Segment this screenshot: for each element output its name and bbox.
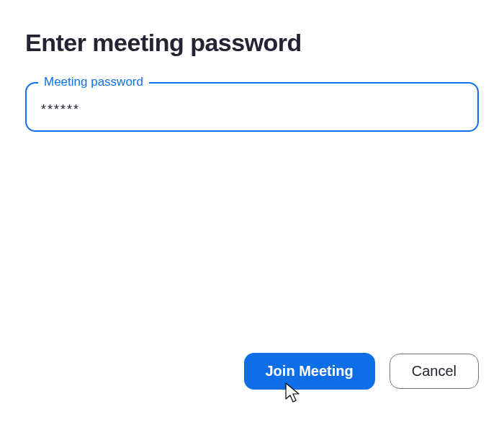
password-field-wrapper: Meeting password (25, 82, 479, 132)
password-input[interactable] (25, 82, 479, 132)
cancel-button[interactable]: Cancel (390, 354, 479, 389)
dialog-title: Enter meeting password (25, 29, 479, 57)
button-row: Join Meeting Cancel (244, 353, 480, 390)
join-meeting-button[interactable]: Join Meeting (244, 353, 375, 390)
password-field-label: Meeting password (38, 75, 149, 89)
